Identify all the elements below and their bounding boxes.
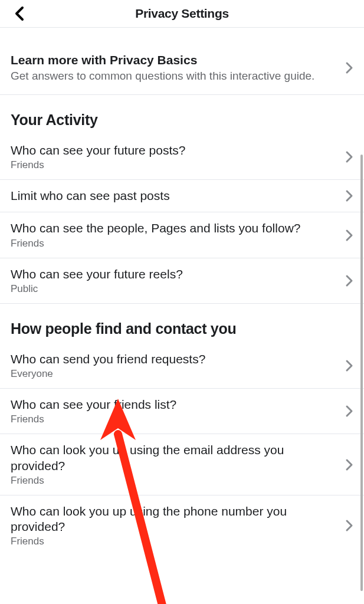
chevron-left-icon <box>14 6 25 21</box>
row-value: Friends <box>11 159 331 171</box>
chevron-right-icon <box>345 189 353 202</box>
divider <box>0 27 364 28</box>
row-future-posts[interactable]: Who can see your future posts? Friends <box>0 134 364 180</box>
row-future-reels[interactable]: Who can see your future reels? Public <box>0 258 364 304</box>
row-value: Public <box>11 283 331 295</box>
section-title-activity: Your Activity <box>0 95 364 134</box>
row-label: Who can see your friends list? <box>11 397 331 412</box>
page-title: Privacy Settings <box>135 6 229 21</box>
row-following[interactable]: Who can see the people, Pages and lists … <box>0 212 364 258</box>
chevron-right-icon <box>345 229 353 242</box>
chevron-right-icon <box>345 61 353 74</box>
row-label: Who can look you up using the phone numb… <box>11 504 331 535</box>
back-button[interactable] <box>11 5 28 22</box>
row-friend-requests[interactable]: Who can send you friend requests? Everyo… <box>0 343 364 389</box>
chevron-right-icon <box>345 405 353 418</box>
row-value: Everyone <box>11 368 331 380</box>
privacy-basics-title: Learn more with Privacy Basics <box>11 52 314 68</box>
privacy-basics-subtitle: Get answers to common questions with thi… <box>11 69 314 84</box>
privacy-basics-item[interactable]: Learn more with Privacy Basics Get answe… <box>0 44 364 95</box>
chevron-right-icon <box>345 458 353 471</box>
row-label: Who can see the people, Pages and lists … <box>11 221 331 236</box>
section-title-find-contact: How people find and contact you <box>0 304 364 343</box>
chevron-right-icon <box>345 274 353 287</box>
row-label: Limit who can see past posts <box>11 188 331 203</box>
row-lookup-email[interactable]: Who can look you up using the email addr… <box>0 434 364 495</box>
row-label: Who can see your future reels? <box>11 267 331 282</box>
row-value: Friends <box>11 475 331 487</box>
row-value: Friends <box>11 413 331 425</box>
row-label: Who can see your future posts? <box>11 143 331 158</box>
chevron-right-icon <box>345 359 353 372</box>
row-label: Who can send you friend requests? <box>11 352 331 367</box>
row-value: Friends <box>11 536 331 547</box>
row-lookup-phone[interactable]: Who can look you up using the phone numb… <box>0 495 364 556</box>
row-past-posts[interactable]: Limit who can see past posts <box>0 180 364 212</box>
chevron-right-icon <box>345 519 353 532</box>
scrollbar[interactable] <box>360 155 363 591</box>
row-label: Who can look you up using the email addr… <box>11 442 331 474</box>
chevron-right-icon <box>345 150 353 163</box>
row-value: Friends <box>11 238 331 250</box>
row-friends-list[interactable]: Who can see your friends list? Friends <box>0 389 364 434</box>
header: Privacy Settings <box>0 0 364 27</box>
content: Learn more with Privacy Basics Get answe… <box>0 44 364 556</box>
